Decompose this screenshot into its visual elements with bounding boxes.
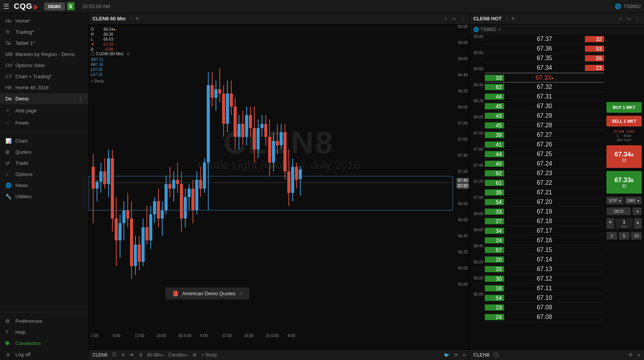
- oco-dropdown[interactable]: ▾: [632, 207, 642, 215]
- sidebar-tool-options[interactable]: ○Options: [0, 169, 88, 180]
- qty-increment[interactable]: ▴: [634, 218, 642, 229]
- dom-row[interactable]: 6167.22: [485, 178, 604, 188]
- dom-row[interactable]: 4567.28: [485, 121, 604, 130]
- connection-status[interactable]: Connection: [0, 338, 88, 349]
- duration-select[interactable]: DAY ▾: [625, 197, 642, 204]
- help-button[interactable]: ?Help: [0, 327, 88, 338]
- collapse-icon[interactable]: «: [463, 352, 465, 358]
- notification-toast[interactable]: 📕 American Demo Quotes ○: [165, 288, 249, 299]
- expand-icon[interactable]: »: [637, 352, 640, 358]
- qty-preset-3[interactable]: 10: [631, 232, 642, 240]
- dom-row[interactable]: 3967.27: [485, 130, 604, 140]
- eye-icon[interactable]: 👁: [130, 352, 134, 358]
- qty-decrement[interactable]: ▾: [606, 218, 614, 229]
- tab-close-icon[interactable]: ✕: [511, 16, 515, 21]
- dom-row[interactable]: 1867.11: [485, 284, 604, 293]
- panel-menu-icon[interactable]: ⋮: [460, 16, 465, 21]
- tab-pin-icon[interactable]: ○: [506, 16, 509, 21]
- dom-row[interactable]: 2767.18: [485, 217, 604, 226]
- maximize-icon[interactable]: ▭: [627, 16, 631, 21]
- hot-tab-title[interactable]: CLEN8 HOT: [473, 16, 502, 21]
- toast-dismiss-icon[interactable]: ○: [239, 291, 242, 296]
- tab-pin-icon[interactable]: ○: [130, 16, 133, 21]
- dom-row[interactable]: 2367.09: [485, 303, 604, 312]
- maximize-icon[interactable]: ▭: [452, 16, 456, 21]
- time-axis[interactable]: 1:006:0012:0018:0030-0:006:0012:0018:003…: [89, 331, 453, 339]
- dom-row[interactable]: 4167.26: [485, 140, 604, 150]
- sidebar-page-ho[interactable]: HoHome*: [0, 15, 88, 26]
- sidebar-tool-news[interactable]: 🌐News: [0, 180, 88, 191]
- dom-row[interactable]: 2467.16: [485, 236, 604, 245]
- dom-row[interactable]: 3367.13: [485, 265, 604, 274]
- bid-tile[interactable]: 67.33B 33: [606, 171, 642, 194]
- footer-symbol[interactable]: CLEN8: [92, 352, 107, 358]
- dom-row[interactable]: 5467.10: [485, 293, 604, 303]
- updown-icon[interactable]: ⇅: [139, 352, 143, 358]
- account-selector[interactable]: 🌐 TS8662 ▾: [469, 25, 644, 35]
- dom-row[interactable]: 3367.33▾: [485, 73, 604, 82]
- hot-footer-symbol[interactable]: CLEN8: [473, 352, 489, 358]
- settings-icon[interactable]: ⚙: [193, 352, 197, 358]
- dom-row[interactable]: 9767.15: [485, 245, 604, 255]
- qty-input[interactable]: 1size: [615, 218, 633, 229]
- dom-row[interactable]: 4467.25: [485, 150, 604, 159]
- dom-row[interactable]: 3067.12: [485, 274, 604, 284]
- dom-row[interactable]: 4367.29: [485, 111, 604, 121]
- oco-select[interactable]: OCO: [606, 207, 631, 215]
- sell-mkt-button[interactable]: SELL 1 MKT: [606, 116, 642, 127]
- dom-row[interactable]: 6267.23: [485, 169, 604, 178]
- dom-row[interactable]: 5467.20: [485, 197, 604, 207]
- dom-row[interactable]: 2467.08: [485, 312, 604, 322]
- ask-tile[interactable]: 67.34A 23: [606, 145, 642, 168]
- sidebar-tool-quotes[interactable]: ⊞Quotes: [0, 146, 88, 158]
- dom-row[interactable]: 4467.31: [485, 92, 604, 102]
- info-icon[interactable]: ⓘ: [112, 352, 117, 358]
- dom-row[interactable]: 6267.32: [485, 82, 604, 92]
- sidebar-tool-trade[interactable]: ⇄Trade: [0, 158, 88, 169]
- dom-row[interactable]: 3567.21: [485, 188, 604, 197]
- timeframe-select[interactable]: 60 Min▾: [147, 352, 164, 358]
- sidebar-tool-chart[interactable]: 📊Chart: [0, 135, 88, 146]
- dom-row[interactable]: 4567.30: [485, 102, 604, 111]
- sidebar-page-mb[interactable]: MBMarkets by Region - Demo: [0, 49, 88, 60]
- share-icon[interactable]: 🐦: [444, 352, 450, 358]
- dom-row[interactable]: 67.3653: [485, 44, 604, 54]
- order-type-select[interactable]: STP ▾: [606, 197, 623, 204]
- tab-close-icon[interactable]: ✕: [135, 16, 139, 21]
- refresh-icon[interactable]: ⟳: [454, 352, 458, 358]
- chart-tab-title[interactable]: CLEN8 60 Min: [92, 16, 126, 21]
- dom-row[interactable]: 3367.19: [485, 207, 604, 217]
- dom-row[interactable]: 67.3559: [485, 54, 604, 63]
- dom-row[interactable]: 67.3732: [485, 35, 604, 44]
- sidebar-page-tr[interactable]: TrTrading*: [0, 26, 88, 38]
- menu-icon[interactable]: ☰: [3, 2, 9, 11]
- dom-row[interactable]: 4067.24: [485, 159, 604, 169]
- dom-row[interactable]: 3467.17: [485, 226, 604, 236]
- preferences-button[interactable]: ⚙Preferences: [0, 316, 88, 327]
- buy-mkt-button[interactable]: BUY 1 MKT: [606, 102, 642, 113]
- info-icon[interactable]: ⓘ: [494, 352, 499, 358]
- refresh-icon[interactable]: ⟳: [629, 352, 633, 358]
- dollar-button[interactable]: $: [67, 2, 74, 10]
- sidebar-page-ct[interactable]: CTChart + Trading*: [0, 71, 88, 82]
- sidebar-tool-utilities[interactable]: 🔧Utilities: [0, 191, 88, 202]
- qty-preset-1[interactable]: 2: [606, 232, 617, 240]
- dom-ladder[interactable]: 67.373267.365367.355967.34233367.33▾6267…: [485, 35, 604, 349]
- dom-row[interactable]: 67.3423: [485, 63, 604, 73]
- dom-row[interactable]: 2067.14: [485, 255, 604, 265]
- chart-area[interactable]: O68.24◂ H68.30 L66.63 ▼67.33 Δ-0.88 CLEN…: [89, 25, 469, 349]
- add-tab-icon[interactable]: ＋: [618, 15, 623, 22]
- sidebar-page-hk[interactable]: HKHome 4K 2018: [0, 82, 88, 93]
- crosshair-icon[interactable]: ✛: [121, 352, 125, 358]
- demo-badge[interactable]: DEMO: [44, 3, 65, 10]
- sidebar-page-ta[interactable]: TaTablet 1*: [0, 38, 88, 49]
- footer-add-study[interactable]: + Study: [201, 352, 217, 358]
- add-tab-icon[interactable]: ＋: [443, 15, 448, 22]
- logoff-button[interactable]: ⇲Log off: [0, 349, 88, 360]
- user-label[interactable]: TS8662: [623, 3, 641, 9]
- charttype-select[interactable]: Candles▾: [168, 352, 188, 358]
- sidebar-page-ov[interactable]: OVOptions View: [0, 60, 88, 71]
- panel-menu-icon[interactable]: ⋮: [635, 16, 640, 21]
- fewer-button[interactable]: ︿Fewer: [0, 117, 88, 129]
- add-page-button[interactable]: ＋Add page: [0, 104, 88, 117]
